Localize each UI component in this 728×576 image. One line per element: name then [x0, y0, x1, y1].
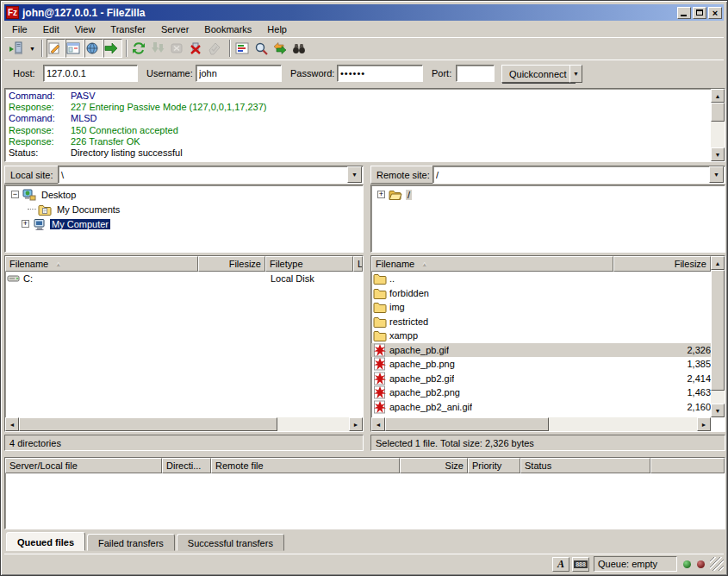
toggle-transfer-queue-button[interactable] [103, 39, 122, 58]
remote-file-row[interactable]: apache_pb.png1,385 [371, 357, 711, 372]
remote-file-row[interactable]: xampp [371, 329, 711, 343]
directory-comparison-button[interactable] [253, 39, 272, 58]
scrollbar-thumb[interactable] [19, 417, 277, 431]
port-input[interactable] [456, 65, 495, 82]
synchronized-browsing-button[interactable] [272, 39, 291, 58]
resize-grip[interactable] [710, 557, 724, 571]
remote-pane-status: Selected 1 file. Total size: 2,326 bytes [370, 435, 725, 451]
queue-status-text: Queue: empty [598, 559, 657, 569]
quickconnect-dropdown[interactable]: ▼ [569, 65, 582, 83]
speed-limits-indicator[interactable]: 888 [572, 557, 589, 572]
scroll-down-button[interactable]: ▼ [711, 404, 725, 417]
reconnect-button[interactable] [207, 39, 226, 58]
scroll-right-button[interactable]: ► [349, 417, 363, 431]
password-input[interactable] [337, 65, 423, 82]
cancel-operation-button[interactable] [169, 39, 188, 58]
tab-successful-transfers[interactable]: Successful transfers [177, 534, 284, 551]
site-manager-button[interactable] [8, 39, 27, 58]
remote-file-row[interactable]: apache_pb2_ani.gif2,160 [371, 400, 711, 415]
tree-item-root[interactable]: + / [371, 187, 725, 202]
folder-icon [373, 300, 387, 314]
column-header-filename[interactable]: Filename▲ [371, 256, 613, 272]
log-line: Status:Directory listing successful [5, 147, 725, 159]
remote-vertical-scrollbar[interactable]: ▲ ▼ [711, 256, 725, 417]
menu-view[interactable]: View [67, 23, 103, 35]
remote-file-row[interactable]: restricted [371, 315, 711, 329]
remote-file-row[interactable]: .. [371, 272, 711, 286]
refresh-button[interactable] [131, 39, 150, 58]
column-header-filetype[interactable]: Filetype [265, 256, 353, 272]
column-header-filesize[interactable]: Filesize [613, 256, 711, 272]
column-header-last-modified[interactable]: L [353, 256, 363, 272]
file-type: Local Disk [265, 273, 314, 284]
tree-expand-icon[interactable]: + [377, 191, 385, 198]
transfer-type-indicator[interactable]: A [552, 557, 569, 572]
column-header-remote-file[interactable]: Remote file [211, 458, 400, 473]
scroll-up-button[interactable]: ▲ [711, 256, 725, 270]
local-file-row[interactable]: C: Local Disk [5, 272, 363, 286]
tab-failed-transfers[interactable]: Failed transfers [87, 534, 175, 551]
magnifier-icon [254, 41, 268, 55]
tree-collapse-icon[interactable]: − [11, 191, 19, 198]
log-scrollbar[interactable]: ▲ ▼ [711, 89, 725, 161]
scrollbar-thumb[interactable] [711, 270, 725, 391]
scroll-right-button[interactable]: ► [697, 417, 711, 431]
minimize-button[interactable] [677, 7, 691, 19]
tree-item-my-computer[interactable]: + My Computer [5, 216, 363, 231]
tree-item-desktop[interactable]: − Desktop [5, 187, 363, 202]
menu-bookmarks[interactable]: Bookmarks [196, 23, 259, 35]
scrollbar-thumb[interactable] [385, 417, 549, 431]
folder-icon [373, 329, 387, 342]
disconnect-button[interactable] [188, 39, 207, 58]
quickconnect-button[interactable]: Quickconnect [501, 65, 575, 83]
remote-file-row[interactable]: forbidden [371, 286, 711, 301]
remote-horizontal-scrollbar[interactable]: ◄ ► [371, 417, 711, 431]
column-header-direction[interactable]: Directi... [162, 458, 211, 473]
scroll-up-button[interactable]: ▲ [711, 89, 725, 103]
find-files-button[interactable] [291, 39, 310, 58]
scroll-down-button[interactable]: ▼ [711, 147, 725, 161]
column-header-filesize[interactable]: Filesize [198, 256, 265, 272]
refresh-icon [132, 41, 146, 55]
remote-file-row[interactable]: img [371, 300, 711, 315]
toggle-message-log-button[interactable] [47, 39, 65, 58]
titlebar[interactable]: Fz john@127.0.0.1 - FileZilla × [4, 4, 724, 21]
toggle-remote-tree-button[interactable] [84, 39, 103, 58]
remote-file-row[interactable]: apache_pb2.gif2,414 [371, 372, 711, 386]
scroll-left-button[interactable]: ◄ [5, 417, 19, 431]
local-horizontal-scrollbar[interactable]: ◄ ► [5, 417, 363, 431]
process-queue-button[interactable] [150, 39, 169, 58]
column-header-status[interactable]: Status [520, 458, 650, 473]
remote-site-combo-dropdown[interactable]: ▼ [709, 166, 724, 183]
tree-expand-icon[interactable]: + [22, 220, 29, 228]
column-header-size[interactable]: Size [400, 458, 468, 473]
column-header-server-local-file[interactable]: Server/Local file [5, 458, 162, 473]
column-header-filename[interactable]: Filename▲ [5, 256, 198, 272]
menu-help[interactable]: Help [259, 23, 295, 35]
local-site-combo-dropdown[interactable]: ▼ [347, 166, 362, 183]
menu-server[interactable]: Server [153, 23, 196, 35]
tab-label: Successful transfers [188, 538, 273, 548]
menu-edit[interactable]: Edit [35, 23, 67, 35]
local-tree: − Desktop My Documents + My Computer [4, 185, 364, 253]
menu-file[interactable]: File [4, 23, 35, 35]
column-header-priority[interactable]: Priority [468, 458, 520, 473]
remote-file-row[interactable]: apache_pb2.png1,463 [371, 385, 711, 400]
log-label: Response: [9, 136, 71, 147]
host-input[interactable] [43, 65, 138, 82]
remote-file-row-selected[interactable]: apache_pb.gif2,326 [371, 343, 711, 358]
folder-icon [373, 272, 387, 285]
scrollbar-thumb[interactable] [711, 103, 725, 122]
menu-transfer[interactable]: Transfer [103, 23, 153, 35]
site-manager-dropdown[interactable]: ▼ [27, 39, 38, 58]
remote-site-combo-input[interactable] [432, 166, 725, 184]
local-site-combo-input[interactable] [58, 166, 364, 184]
scroll-left-button[interactable]: ◄ [371, 417, 385, 431]
tree-item-my-documents[interactable]: My Documents [5, 202, 363, 216]
maximize-button[interactable] [693, 7, 706, 19]
username-input[interactable] [196, 65, 282, 82]
close-button[interactable]: × [708, 7, 722, 19]
filter-button[interactable] [234, 39, 253, 58]
tab-queued-files[interactable]: Queued files [6, 532, 85, 551]
toggle-local-tree-button[interactable] [65, 39, 84, 58]
